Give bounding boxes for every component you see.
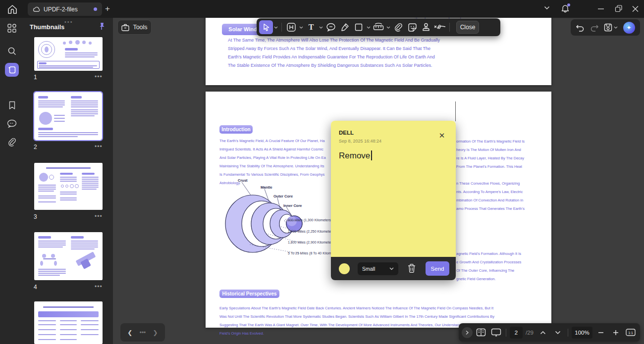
notification-dot: [567, 3, 570, 6]
pin-icon[interactable]: [98, 22, 105, 30]
earth-layers-diagram: Crust Mantle Outer Core Inner Core 800 M…: [222, 175, 341, 272]
next-page-chevron-down-icon[interactable]: [551, 326, 564, 339]
page2-intro-line: And Solar Particles, Playing A Vital Rol…: [219, 155, 326, 160]
page-thumbnail-5[interactable]: [34, 301, 103, 344]
apps-grid-icon[interactable]: [6, 22, 18, 34]
shape-tool-chevron-icon[interactable]: [366, 20, 372, 34]
new-tab-button[interactable]: +: [105, 4, 110, 13]
page-layout-icon[interactable]: [475, 326, 487, 339]
page2-intro-line: Intrigued Scientists. It Acts As A Shiel…: [219, 147, 323, 151]
note-send-button[interactable]: Send: [426, 261, 449, 276]
text-tool-chevron-icon[interactable]: [318, 20, 324, 34]
text-tool[interactable]: T: [304, 20, 318, 34]
bookmarks-icon[interactable]: [6, 99, 18, 111]
thumbnail-1-menu[interactable]: •••: [95, 73, 103, 80]
select-cursor-tool[interactable]: [259, 20, 273, 34]
zoom-out-icon[interactable]: [594, 326, 607, 339]
panel-resize-handle[interactable]: •••: [64, 19, 73, 25]
page2-right-line: mbination Of Convection And Rotation in: [456, 198, 523, 202]
note-toolbar: Small Send: [331, 257, 456, 280]
tab-title: UPDF-2-files: [44, 6, 78, 13]
sidebar-item-thumbnails[interactable]: [5, 63, 19, 77]
nav-next-icon[interactable]: ❯: [153, 329, 158, 336]
pen-marker-tool[interactable]: [338, 20, 352, 34]
sticker-tool[interactable]: [405, 20, 419, 34]
thumbnails-panel: ••• Thumbnails 1 •••: [24, 18, 113, 344]
historical-perspectives-heading-badge[interactable]: Historical Perspectives: [219, 290, 279, 298]
search-icon[interactable]: [6, 45, 18, 57]
page2-right-line: From The Planet's Formation. This Heat: [456, 164, 522, 169]
tools-button[interactable]: Tools: [117, 20, 152, 35]
highlight-tool[interactable]: [284, 20, 298, 34]
note-color-swatch[interactable]: [339, 263, 350, 274]
annotation-toolbar: T Close: [257, 18, 500, 36]
note-size-value: Small: [362, 266, 375, 272]
shape-tool[interactable]: [352, 20, 366, 34]
actual-size-icon[interactable]: 1:1: [624, 326, 637, 339]
attachment-tool[interactable]: [391, 20, 405, 34]
nav-more-icon[interactable]: •••: [140, 329, 146, 336]
previous-page-chevron-up-icon[interactable]: [537, 326, 549, 339]
thumbnail-2-menu[interactable]: •••: [95, 143, 103, 150]
save-button[interactable]: [604, 23, 618, 32]
document-tab[interactable]: UPDF-2-files: [28, 2, 102, 16]
thumb2-earth-diagram: [39, 112, 52, 125]
redo-icon[interactable]: [590, 24, 599, 32]
window-minimize-button[interactable]: [597, 4, 604, 14]
tabs-chevron-down-icon[interactable]: [544, 6, 550, 10]
page2-intro-line: The Earth's Magnetic Field, A Crucial Fe…: [219, 139, 324, 143]
measure-tool-chevron-icon[interactable]: [385, 20, 391, 34]
page1-line: Earth's Magnetic Field Provides An Indis…: [228, 54, 435, 59]
window-restore-button[interactable]: [615, 4, 623, 14]
sticky-note-popup: DELL Sep 8, 2025 16:48:24 ✕ Remove Small…: [331, 121, 456, 280]
column-divider: [455, 101, 456, 121]
page-thumbnail-1[interactable]: [34, 37, 103, 71]
thumbnail-4-menu[interactable]: •••: [95, 283, 103, 290]
page2-hist-line: Was Not Until The Scientific Revolution …: [219, 314, 494, 319]
svg-text:1:1: 1:1: [628, 331, 633, 335]
expand-bar-icon[interactable]: [462, 327, 473, 338]
ai-assistant-icon[interactable]: ✦: [623, 22, 635, 34]
note-delete-trash-icon[interactable]: [407, 263, 416, 273]
measure-tool[interactable]: [372, 20, 385, 34]
thumbnail-2-label: 2: [34, 144, 37, 150]
comment-tool[interactable]: [324, 20, 338, 34]
toolbox-icon: [121, 24, 129, 31]
note-size-dropdown[interactable]: Small: [358, 262, 398, 275]
cursor-tool-chevron-icon[interactable]: [273, 20, 279, 34]
left-icon-rail: [0, 18, 24, 344]
stamp-tool[interactable]: [419, 20, 433, 34]
diagram-label-inner-core: Inner Core: [283, 203, 302, 208]
window-close-button[interactable]: [632, 4, 639, 14]
sticky-note-body[interactable]: DELL Sep 8, 2025 16:48:24 ✕ Remove: [331, 121, 456, 257]
attachments-paperclip-icon[interactable]: [6, 136, 18, 148]
toolbar-close-button[interactable]: Close: [456, 21, 479, 34]
current-page-input[interactable]: 2: [510, 327, 523, 339]
thumbnails-panel-title: Thumbnails: [30, 24, 64, 31]
thumbnail-3-menu[interactable]: •••: [95, 213, 103, 220]
home-icon[interactable]: [6, 3, 19, 16]
comments-icon[interactable]: [6, 117, 18, 129]
introduction-heading-badge[interactable]: Introduction: [219, 125, 253, 134]
page-thumbnail-2[interactable]: [34, 92, 102, 140]
presentation-mode-icon[interactable]: [489, 326, 502, 339]
note-timestamp: Sep 8, 2025 16:48:24: [339, 139, 381, 144]
save-chevron-icon: [614, 26, 618, 29]
thumbnail-4-label: 4: [34, 284, 37, 291]
page-thumbnail-4[interactable]: [34, 232, 103, 280]
page2-right-line: amo Process That Generates The Earth's: [456, 206, 525, 211]
nav-prev-icon[interactable]: ❮: [127, 329, 132, 336]
zoom-in-icon[interactable]: [609, 326, 622, 339]
diagram-measurement: 800 Miles (1,300 Kilometers): [288, 218, 332, 222]
note-close-icon[interactable]: ✕: [438, 132, 446, 140]
note-author: DELL: [339, 130, 354, 136]
notifications-bell-icon[interactable]: [561, 3, 570, 13]
signature-tool[interactable]: [433, 20, 447, 34]
note-text-input[interactable]: Remove: [339, 150, 372, 161]
page-thumbnail-3[interactable]: [34, 163, 103, 210]
page2-right-line: re Is A Fluid Layer, Heated By The Decay: [456, 156, 524, 160]
undo-icon[interactable]: [576, 24, 585, 32]
zoom-level-value[interactable]: 100%: [572, 327, 592, 339]
page1-line: Stripped Away By Forces Such As The Sola…: [228, 46, 430, 51]
highlight-tool-chevron-icon[interactable]: [298, 20, 304, 34]
